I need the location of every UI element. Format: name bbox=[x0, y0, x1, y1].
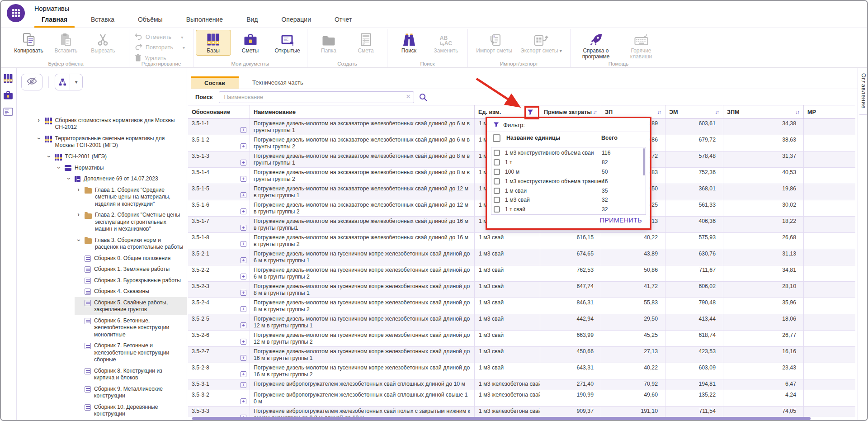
tree-item[interactable]: Сборник 7. Бетонные и железобетонные кон… bbox=[17, 341, 187, 366]
table-row[interactable]: 3.5-2-1+ Погружение дизель-молотом на гу… bbox=[188, 249, 855, 265]
filter-option[interactable]: 1 м3 свай 32 bbox=[491, 195, 646, 205]
chevron-down-icon[interactable]: › bbox=[46, 153, 52, 159]
search-input[interactable] bbox=[219, 91, 414, 103]
tab-sostav[interactable]: Состав bbox=[191, 76, 239, 89]
column-header-em[interactable]: ЭМ↓↑ bbox=[665, 105, 723, 118]
table-row[interactable]: 3.5-3-2+ Погружение вибропогружателем же… bbox=[188, 390, 855, 407]
expand-row-button[interactable]: + bbox=[241, 208, 246, 214]
tree-view-mode-button[interactable]: ▼ bbox=[55, 74, 83, 90]
redo-button[interactable]: Повторить ▾ bbox=[135, 43, 185, 52]
new-folder-button[interactable]: Папка bbox=[311, 30, 346, 56]
right-sidebar-oglavlenie[interactable]: Оглавление bbox=[858, 68, 868, 421]
chevron-right-icon[interactable]: › bbox=[75, 187, 81, 193]
sort-icon[interactable]: ↓↑ bbox=[715, 109, 719, 115]
paste-button[interactable]: Вставить bbox=[48, 30, 84, 56]
new-estimate-button[interactable]: Смета bbox=[348, 30, 383, 56]
checkbox[interactable] bbox=[494, 197, 500, 203]
filter-option[interactable]: 1 м сваи 35 bbox=[491, 186, 646, 195]
tree-item[interactable]: ›Глава 1. Сборник "Средние сметные цены … bbox=[17, 184, 187, 210]
chevron-right-icon[interactable]: › bbox=[75, 212, 81, 218]
help-about-button[interactable]: Справка о программе bbox=[574, 30, 618, 61]
hotkeys-button[interactable]: Горячие клавиши bbox=[619, 30, 663, 61]
tree-item[interactable]: Сборник 9. Металлические конструкции bbox=[17, 383, 187, 402]
bases-button[interactable]: Базы bbox=[196, 30, 231, 56]
column-header-pryamye-zatraty[interactable]: Прямые затраты↓↑ bbox=[540, 105, 601, 118]
expand-row-button[interactable]: + bbox=[241, 143, 246, 149]
hide-unused-button[interactable] bbox=[21, 74, 42, 90]
filter-option[interactable]: 100 м 50 bbox=[491, 167, 646, 177]
checkbox[interactable] bbox=[494, 178, 500, 184]
expand-row-button[interactable]: + bbox=[241, 398, 246, 404]
tree-item[interactable]: Сборник 8. Конструкции из кирпича и блок… bbox=[17, 365, 187, 383]
replace-button[interactable]: ABAC Заменить bbox=[429, 30, 464, 56]
table-row[interactable]: 3.5-3-1+ Погружение вибропогружателем же… bbox=[188, 379, 855, 390]
tree-item[interactable]: ›Территориальные сметные нормативы для М… bbox=[17, 133, 187, 151]
column-header-obosnovanie[interactable]: Обоснование bbox=[188, 105, 250, 118]
table-row[interactable]: 3.5-2-7+ Погружение дизель-молотом на гу… bbox=[188, 347, 855, 363]
column-header-naimenovanie[interactable]: Наименование bbox=[250, 105, 475, 118]
expand-row-button[interactable]: + bbox=[241, 382, 246, 388]
copy-button[interactable]: Копировать bbox=[11, 30, 47, 56]
checkbox[interactable] bbox=[494, 169, 500, 175]
undo-button[interactable]: Отменить ▾ bbox=[135, 33, 183, 41]
export-estimate-button[interactable]: Экспорт сметы ▾ bbox=[517, 30, 565, 56]
menu-tab-operacii[interactable]: Операции bbox=[279, 16, 313, 28]
filter-option[interactable]: 1 м3 конструктивного объема сваи 116 bbox=[491, 148, 646, 158]
menu-tab-vstavka[interactable]: Вставка bbox=[89, 16, 116, 28]
chevron-down-icon[interactable]: › bbox=[56, 165, 62, 170]
expand-row-button[interactable]: + bbox=[241, 176, 246, 182]
expand-row-button[interactable]: + bbox=[241, 371, 246, 377]
tab-tehnicheskaya-chast[interactable]: Техническая часть bbox=[239, 76, 317, 89]
tree-item[interactable]: Сборник 0. Общие положения bbox=[17, 253, 187, 264]
tree-item[interactable]: ›ТСН-2001 (МГЭ) bbox=[17, 151, 187, 162]
filter-option[interactable]: 1 т 82 bbox=[491, 158, 646, 167]
tree-item[interactable]: Сборник 10. Деревянные конструкции bbox=[17, 402, 187, 420]
tree-item[interactable]: ›Дополнение 69 от 14.07.2023 bbox=[17, 174, 187, 185]
filter-icon[interactable] bbox=[527, 109, 536, 115]
table-row[interactable]: 3.5-2-5+ Погружение дизель-молотом на гу… bbox=[188, 314, 855, 331]
sort-icon[interactable]: ↓↑ bbox=[657, 109, 661, 115]
expand-row-button[interactable]: + bbox=[241, 322, 246, 328]
menu-tab-otchet[interactable]: Отчет bbox=[333, 16, 354, 28]
table-row[interactable]: 3.5-3-3+ Погружение вибропогружателем же… bbox=[188, 407, 855, 417]
expand-row-button[interactable]: + bbox=[241, 257, 246, 263]
tree-item[interactable]: ›Глава 2. Сборник "Сметные цены эксплуат… bbox=[17, 210, 187, 235]
checkbox[interactable] bbox=[494, 206, 500, 213]
table-row[interactable]: 3.5-2-8+ Погружение дизель-молотом на гу… bbox=[188, 363, 855, 379]
search-magnifier-icon[interactable] bbox=[419, 93, 428, 102]
expand-row-button[interactable]: + bbox=[241, 274, 246, 279]
chevron-right-icon[interactable]: › bbox=[36, 117, 42, 123]
tree-item[interactable]: Сборник 1. Земляные работы bbox=[17, 264, 187, 275]
expand-row-button[interactable]: + bbox=[241, 225, 246, 231]
expand-row-button[interactable]: + bbox=[241, 339, 246, 345]
sort-icon[interactable]: ↓↑ bbox=[593, 109, 597, 115]
table-row[interactable]: 3.5-2-4+ Погружение дизель-молотом на гу… bbox=[188, 298, 855, 314]
sort-icon[interactable]: ↓↑ bbox=[795, 109, 800, 115]
chevron-down-icon[interactable]: › bbox=[75, 237, 82, 243]
apply-button[interactable]: ПРИМЕНИТЬ bbox=[600, 217, 642, 224]
table-row[interactable]: 3.5-1-8+ Погружение дизель-молотом на эк… bbox=[188, 233, 855, 249]
column-header-zpm[interactable]: ЗПМ↓↑ bbox=[723, 105, 804, 118]
chevron-down-icon[interactable]: › bbox=[66, 176, 72, 182]
filter-option[interactable]: 1 т свай 32 bbox=[491, 205, 646, 214]
expand-row-button[interactable]: + bbox=[241, 241, 246, 247]
expand-row-button[interactable]: + bbox=[241, 160, 246, 166]
checkbox[interactable] bbox=[494, 150, 500, 156]
tree-item[interactable]: ›Глава 3. Сборники норм и расценок на ст… bbox=[17, 235, 187, 253]
table-row[interactable]: 3.5-2-2+ Погружение дизель-молотом на гу… bbox=[188, 265, 855, 282]
checkbox[interactable] bbox=[494, 188, 500, 194]
opened-view-button[interactable] bbox=[3, 108, 13, 118]
column-header-mr[interactable]: МР bbox=[804, 105, 855, 118]
column-header-zp[interactable]: ЗП↓↑ bbox=[601, 105, 665, 118]
table-row[interactable]: 3.5-2-6+ Погружение дизель-молотом на гу… bbox=[188, 331, 855, 347]
expand-row-button[interactable]: + bbox=[241, 290, 246, 296]
checkbox[interactable] bbox=[494, 159, 500, 166]
tree-item[interactable]: ›Нормативы bbox=[17, 162, 187, 174]
tree-item[interactable]: ›Сборник стоимостных нормативов для Моск… bbox=[17, 115, 187, 133]
chevron-down-icon[interactable]: › bbox=[36, 135, 42, 141]
menu-tab-vid[interactable]: Вид bbox=[245, 16, 259, 28]
find-button[interactable]: Поиск bbox=[392, 30, 427, 56]
import-estimate-button[interactable]: Импорт сметы bbox=[473, 30, 515, 56]
menu-tab-vypolnenie[interactable]: Выполнение bbox=[184, 16, 225, 28]
estimates-view-button[interactable] bbox=[3, 91, 13, 102]
